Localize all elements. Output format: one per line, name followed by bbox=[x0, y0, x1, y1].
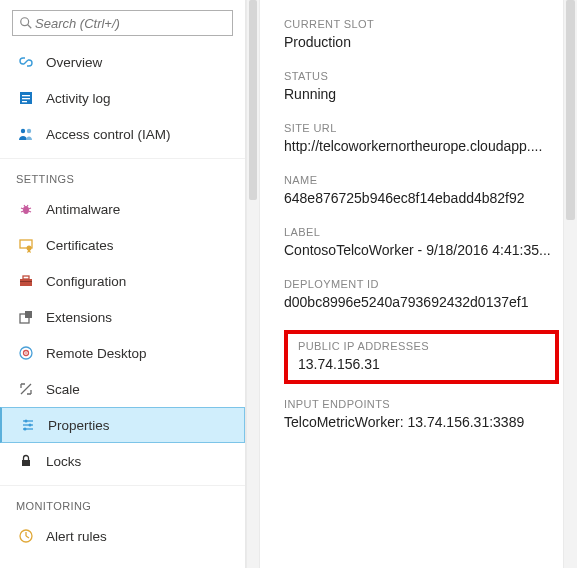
nav-access-control[interactable]: Access control (IAM) bbox=[0, 116, 245, 152]
lock-icon bbox=[16, 451, 36, 471]
people-icon bbox=[16, 124, 36, 144]
nav-scale[interactable]: Scale bbox=[0, 371, 245, 407]
nav-label: Alert rules bbox=[46, 529, 107, 544]
svg-point-16 bbox=[27, 246, 32, 251]
nav-label: Extensions bbox=[46, 310, 112, 325]
bug-icon bbox=[16, 199, 36, 219]
field-label: INPUT ENDPOINTS bbox=[284, 398, 553, 410]
nav-label: Overview bbox=[46, 55, 102, 70]
section-monitoring: MONITORING bbox=[0, 485, 245, 518]
svg-point-7 bbox=[27, 129, 31, 133]
nav-activity-log[interactable]: Activity log bbox=[0, 80, 245, 116]
field-label: STATUS bbox=[284, 70, 553, 82]
field-label-field: LABEL ContosoTelcoWorker - 9/18/2016 4:4… bbox=[284, 226, 573, 258]
nav-overview[interactable]: Overview bbox=[0, 44, 245, 80]
svg-point-6 bbox=[21, 129, 25, 133]
svg-line-11 bbox=[21, 211, 24, 212]
field-name: NAME 648e876725b946ec8f14ebadd4b82f92 bbox=[284, 174, 573, 206]
field-label: SITE URL bbox=[284, 122, 553, 134]
certificate-icon bbox=[16, 235, 36, 255]
field-site-url: SITE URL http://telcoworkernortheurope.c… bbox=[284, 122, 573, 154]
svg-line-12 bbox=[29, 211, 32, 212]
field-value: d00bc8996e5240a793692432d0137ef1 bbox=[284, 294, 553, 310]
field-value: TelcoMetricWorker: 13.74.156.31:3389 bbox=[284, 414, 553, 430]
search-box[interactable] bbox=[12, 10, 233, 36]
field-value: 13.74.156.31 bbox=[298, 356, 545, 372]
sliders-icon bbox=[18, 415, 38, 435]
svg-rect-5 bbox=[22, 101, 27, 102]
svg-rect-31 bbox=[22, 460, 30, 466]
svg-rect-4 bbox=[22, 98, 30, 99]
scale-icon bbox=[16, 379, 36, 399]
nav-extensions[interactable]: Extensions bbox=[0, 299, 245, 335]
field-label: DEPLOYMENT ID bbox=[284, 278, 553, 290]
nav-antimalware[interactable]: Antimalware bbox=[0, 191, 245, 227]
svg-line-14 bbox=[27, 205, 28, 207]
field-input-endpoints: INPUT ENDPOINTS TelcoMetricWorker: 13.74… bbox=[284, 398, 573, 430]
field-deployment-id: DEPLOYMENT ID d00bc8996e5240a793692432d0… bbox=[284, 278, 573, 310]
nav-label: Remote Desktop bbox=[46, 346, 147, 361]
section-settings: SETTINGS bbox=[0, 158, 245, 191]
nav-label: Locks bbox=[46, 454, 81, 469]
nav-locks[interactable]: Locks bbox=[0, 443, 245, 479]
nav-label: Configuration bbox=[46, 274, 126, 289]
nav-configuration[interactable]: Configuration bbox=[0, 263, 245, 299]
search-icon bbox=[19, 16, 33, 30]
nav-label: Properties bbox=[48, 418, 110, 433]
extensions-icon bbox=[16, 307, 36, 327]
field-value: http://telcoworkernortheurope.cloudapp..… bbox=[284, 138, 553, 154]
nav-label: Certificates bbox=[46, 238, 114, 253]
svg-rect-18 bbox=[23, 276, 29, 279]
svg-point-0 bbox=[21, 18, 29, 26]
svg-line-1 bbox=[28, 25, 32, 29]
svg-point-24 bbox=[25, 352, 27, 354]
remote-desktop-icon bbox=[16, 343, 36, 363]
svg-point-8 bbox=[23, 206, 29, 214]
field-label: CURRENT SLOT bbox=[284, 18, 553, 30]
sidebar: Overview Activity log Access control (IA… bbox=[0, 0, 246, 568]
nav-alert-rules[interactable]: Alert rules bbox=[0, 518, 245, 554]
svg-point-28 bbox=[25, 420, 28, 423]
svg-rect-17 bbox=[20, 279, 32, 286]
nav-label: Activity log bbox=[46, 91, 111, 106]
svg-line-34 bbox=[26, 536, 29, 538]
field-current-slot: CURRENT SLOT Production bbox=[284, 18, 573, 50]
svg-rect-21 bbox=[25, 311, 32, 318]
nav-certificates[interactable]: Certificates bbox=[0, 227, 245, 263]
field-value: 648e876725b946ec8f14ebadd4b82f92 bbox=[284, 190, 553, 206]
field-status: STATUS Running bbox=[284, 70, 573, 102]
alert-icon bbox=[16, 526, 36, 546]
svg-line-13 bbox=[24, 205, 25, 207]
nav-label: Antimalware bbox=[46, 202, 120, 217]
svg-rect-19 bbox=[20, 281, 32, 282]
svg-line-9 bbox=[21, 208, 24, 209]
nav-label: Scale bbox=[46, 382, 80, 397]
properties-panel: CURRENT SLOT Production STATUS Running S… bbox=[260, 0, 577, 568]
svg-point-29 bbox=[29, 424, 32, 427]
sidebar-scrollbar[interactable] bbox=[246, 0, 260, 568]
svg-line-10 bbox=[29, 208, 32, 209]
field-label: NAME bbox=[284, 174, 553, 186]
search-input[interactable] bbox=[33, 15, 226, 32]
nav-remote-desktop[interactable]: Remote Desktop bbox=[0, 335, 245, 371]
link-icon bbox=[16, 52, 36, 72]
field-value: ContosoTelcoWorker - 9/18/2016 4:41:35..… bbox=[284, 242, 553, 258]
svg-point-30 bbox=[24, 428, 27, 431]
nav-label: Access control (IAM) bbox=[46, 127, 171, 142]
toolbox-icon bbox=[16, 271, 36, 291]
field-label: LABEL bbox=[284, 226, 553, 238]
svg-rect-3 bbox=[22, 95, 30, 96]
log-icon bbox=[16, 88, 36, 108]
field-value: Production bbox=[284, 34, 553, 50]
field-value: Running bbox=[284, 86, 553, 102]
field-public-ip: PUBLIC IP ADDRESSES 13.74.156.31 bbox=[298, 340, 545, 372]
field-label: PUBLIC IP ADDRESSES bbox=[298, 340, 545, 352]
details-scrollbar[interactable] bbox=[563, 0, 577, 568]
public-ip-highlight: PUBLIC IP ADDRESSES 13.74.156.31 bbox=[284, 330, 559, 384]
nav-properties[interactable]: Properties bbox=[0, 407, 245, 443]
